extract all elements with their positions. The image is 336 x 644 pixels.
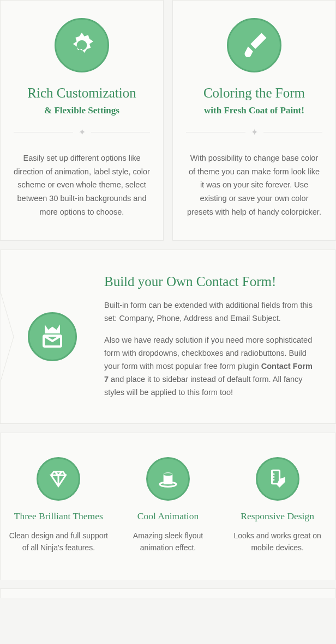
mini-body: Clean design and full support of all Nin… — [7, 530, 110, 554]
star-icon: ✦ — [79, 127, 86, 137]
mini-body: Looks and works great on mobile devices. — [226, 530, 329, 554]
card-coloring: Coloring the Form with Fresh Coat of Pai… — [172, 0, 336, 241]
mail-crown-icon — [28, 312, 77, 361]
card-body: With possibility to change base color of… — [186, 151, 322, 218]
build-content: Build your Own Contact Form! Built-in fo… — [104, 274, 319, 399]
mini-title: Three Brilliant Themes — [7, 511, 110, 522]
star-icon: ✦ — [251, 127, 258, 137]
build-icon-wrapper — [1, 312, 104, 361]
mini-body: Amazing sleek flyout animation effect. — [117, 530, 220, 554]
build-title: Build your Own Contact Form! — [104, 274, 319, 289]
mini-title: Cool Animation — [117, 511, 220, 522]
svg-point-5 — [273, 473, 274, 475]
card-subtitle: with Fresh Coat of Paint! — [186, 105, 322, 116]
divider: ✦ — [14, 127, 150, 137]
svg-point-3 — [164, 473, 173, 476]
tophat-icon — [146, 457, 190, 501]
feature-cards-row: Rich Customization & Flexible Settings ✦… — [0, 0, 336, 241]
gear-icon — [55, 18, 109, 72]
build-form-section: Build your Own Contact Form! Built-in fo… — [0, 250, 336, 423]
chevron-left-icon — [0, 290, 14, 383]
card-customization: Rich Customization & Flexible Settings ✦… — [0, 0, 164, 241]
mini-features-row: Three Brilliant Themes Clean design and … — [0, 433, 336, 580]
mini-animation: Cool Animation Amazing sleek flyout anim… — [117, 457, 220, 554]
mini-responsive: Responsive Design Looks and works great … — [226, 457, 329, 554]
mobile-hand-icon — [256, 457, 299, 501]
svg-point-6 — [273, 476, 274, 478]
card-title: Rich Customization — [14, 86, 150, 101]
build-paragraph-2: Also we have ready solution if you need … — [104, 334, 319, 399]
diamond-icon — [37, 457, 80, 501]
svg-marker-0 — [0, 290, 14, 383]
mini-title: Responsive Design — [226, 511, 329, 522]
card-body: Easily set up different options like dir… — [14, 151, 150, 218]
footer-spacer — [0, 588, 336, 598]
svg-point-7 — [273, 479, 274, 481]
card-title: Coloring the Form — [186, 86, 322, 101]
mini-themes: Three Brilliant Themes Clean design and … — [7, 457, 110, 554]
build-paragraph-1: Built-in form can be extended with addit… — [104, 299, 319, 325]
paintbrush-icon — [227, 18, 281, 72]
divider: ✦ — [186, 127, 322, 137]
card-subtitle: & Flexible Settings — [14, 105, 150, 116]
